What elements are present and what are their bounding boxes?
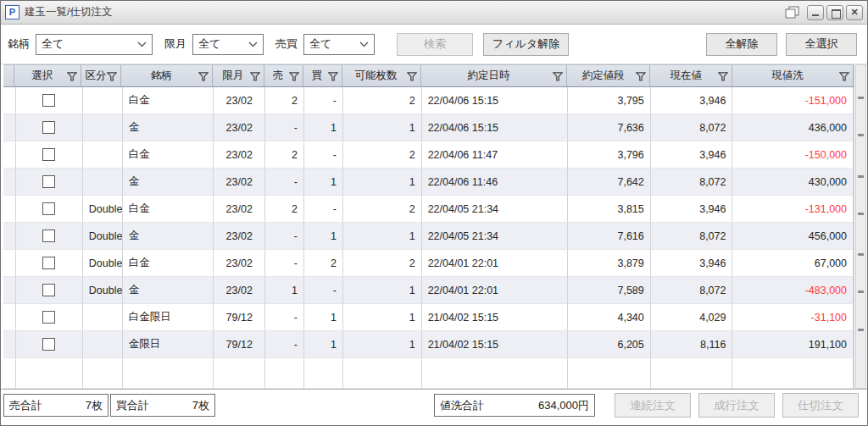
table-row[interactable]: 白金23/022-222/04/06 15:153,7953,946-151,0… [3, 87, 854, 114]
column-header-time[interactable]: 約定日時 [421, 65, 568, 86]
column-header-now[interactable]: 現在値 [650, 65, 732, 86]
column-header-label: 可能枚数 [355, 69, 408, 83]
row-checkbox[interactable] [42, 284, 55, 296]
cell-qty: 2 [343, 87, 422, 114]
close-order-button[interactable]: 仕切注文 [782, 393, 859, 418]
table-row[interactable]: 金23/02-1122/04/06 11:467,6428,072430,000 [3, 169, 854, 196]
maximize-button[interactable] [826, 5, 843, 20]
cell-qty: 2 [343, 196, 422, 223]
cell-pnl: -483,000 [732, 277, 854, 304]
popout-icon[interactable] [785, 6, 800, 19]
cell-select [16, 196, 83, 223]
cell-now: 8,072 [651, 169, 733, 196]
column-header-sell[interactable]: 売 [264, 65, 303, 86]
cell-price: 7,589 [568, 277, 651, 304]
column-header-select[interactable]: 選択 [14, 65, 81, 86]
vertical-scrollbar[interactable] [855, 64, 866, 389]
filter-funnel-icon[interactable] [107, 72, 117, 81]
row-checkbox[interactable] [42, 175, 55, 188]
cell-time: 22/04/06 11:46 [422, 169, 568, 196]
filter-funnel-icon[interactable] [553, 72, 563, 81]
empty-cell [83, 358, 123, 389]
close-button[interactable] [846, 5, 863, 20]
row-checkbox[interactable] [42, 257, 55, 269]
cell-kubun [83, 304, 123, 331]
filter-funnel-icon[interactable] [289, 72, 299, 81]
title-bar[interactable]: P 建玉一覧/仕切注文 [1, 1, 867, 25]
row-checkbox[interactable] [42, 121, 55, 134]
column-header-pnl[interactable]: 現値洗 [732, 65, 854, 86]
search-button[interactable]: 検索 [397, 33, 473, 56]
empty-cell [16, 358, 83, 389]
cell-qty: 1 [343, 304, 422, 331]
table-row[interactable]: 白金限日79/12-1121/04/02 15:154,3404,029-31,… [3, 304, 854, 331]
cell-price: 3,795 [568, 87, 651, 114]
filter-funnel-icon[interactable] [328, 72, 338, 81]
cell-select [16, 169, 83, 196]
scrollbar-mark [858, 134, 864, 136]
cell-select [16, 250, 83, 277]
select-all-button[interactable]: 全選択 [786, 33, 857, 56]
filter-funnel-icon[interactable] [250, 72, 260, 81]
table-row[interactable]: Double白金23/02-2222/04/01 22:013,8793,946… [3, 250, 854, 277]
continuous-order-button[interactable]: 連続注文 [615, 393, 691, 418]
table-row[interactable]: Double金23/02-1122/04/05 21:347,6168,0724… [3, 223, 854, 250]
row-checkbox[interactable] [42, 148, 55, 161]
row-gutter [3, 250, 16, 277]
cell-now: 3,946 [651, 250, 733, 277]
column-header-qty[interactable]: 可能枚数 [342, 65, 421, 86]
column-header-kubun[interactable]: 区分 [81, 65, 121, 86]
cell-sell: 2 [265, 141, 304, 169]
table-row[interactable]: Double金23/021-122/04/01 22:017,5898,072-… [3, 277, 854, 304]
deselect-all-button[interactable]: 全解除 [706, 33, 777, 56]
column-header-month[interactable]: 限月 [213, 65, 264, 86]
pnl-total-value: 634,000円 [538, 398, 589, 413]
table-row[interactable]: Double白金23/022-222/04/05 21:343,8153,946… [3, 196, 854, 223]
row-checkbox[interactable] [42, 311, 55, 324]
filter-funnel-icon[interactable] [198, 72, 209, 81]
clear-filter-button[interactable]: フィルタ解除 [483, 33, 569, 56]
minimize-button[interactable] [807, 5, 824, 20]
empty-cell [265, 358, 304, 389]
side-filter-select[interactable]: 全て [303, 34, 375, 55]
row-gutter [3, 87, 16, 114]
cell-buy: - [304, 196, 343, 223]
row-checkbox[interactable] [42, 230, 55, 242]
symbol-filter-select[interactable]: 全て [36, 34, 153, 55]
cell-buy: 1 [304, 169, 343, 196]
cell-price: 7,636 [568, 114, 651, 141]
filter-funnel-icon[interactable] [636, 72, 646, 81]
cell-pnl: -131,000 [732, 196, 854, 223]
table-row[interactable]: 白金23/022-222/04/06 11:473,7963,946-150,0… [3, 141, 854, 169]
month-filter-select[interactable]: 全て [192, 34, 264, 55]
column-header-label: 現値洗 [771, 69, 814, 83]
market-order-button[interactable]: 成行注文 [698, 393, 775, 418]
column-header-label: 現在値 [670, 69, 712, 83]
filter-funnel-icon[interactable] [839, 72, 849, 81]
row-checkbox[interactable] [42, 202, 55, 215]
row-checkbox[interactable] [42, 94, 55, 107]
cell-qty: 1 [343, 223, 422, 250]
window-title: 建玉一覧/仕切注文 [25, 5, 785, 19]
cell-time: 21/04/02 15:15 [422, 331, 568, 358]
cell-time: 22/04/06 11:47 [422, 141, 568, 169]
table-row[interactable]: 金23/02-1122/04/06 15:157,6368,072436,000 [3, 114, 854, 141]
filter-funnel-icon[interactable] [718, 72, 728, 81]
row-checkbox[interactable] [42, 338, 55, 351]
sell-total-label: 売合計 [9, 398, 42, 413]
filter-funnel-icon[interactable] [407, 72, 417, 81]
filter-funnel-icon[interactable] [67, 72, 77, 81]
chevron-down-icon [359, 41, 369, 47]
cell-buy: - [304, 141, 343, 169]
column-header-label: 約定日時 [467, 69, 520, 83]
positions-table: 選択区分銘柄限月売買可能枚数約定日時約定値段現在値現値洗 白金23/022-22… [1, 64, 867, 389]
empty-cell [651, 358, 733, 389]
cell-buy: - [304, 87, 343, 114]
column-header-name[interactable]: 銘柄 [121, 65, 213, 86]
table-row[interactable]: 金限日79/12-1121/04/02 15:156,2058,116191,1… [3, 331, 854, 358]
column-header-buy[interactable]: 買 [303, 65, 342, 86]
column-header-price[interactable]: 約定値段 [567, 65, 650, 86]
cell-price: 3,879 [568, 250, 651, 277]
scrollbar-mark [858, 329, 864, 331]
cell-select [16, 223, 83, 250]
